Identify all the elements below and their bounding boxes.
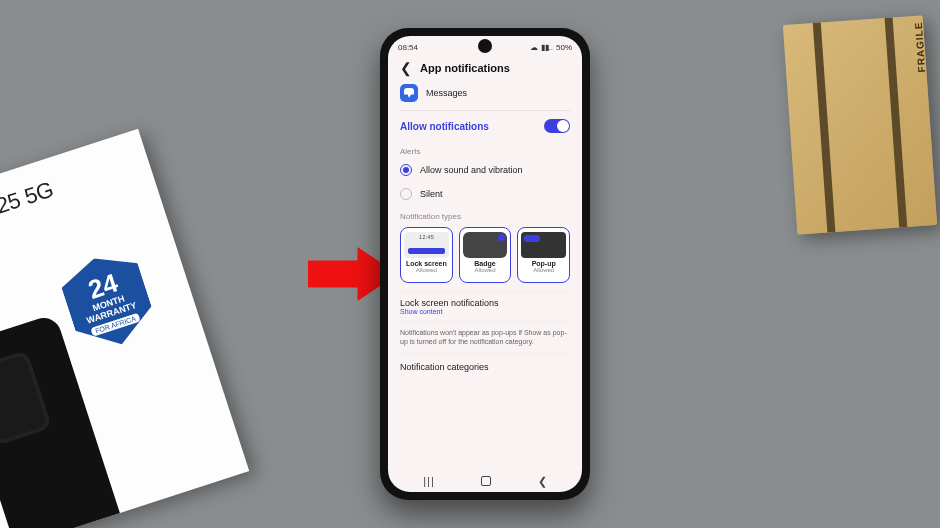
alerts-section-label: Alerts — [400, 141, 570, 158]
type-lockscreen-status: Allowed — [416, 267, 437, 273]
product-box-title: Galaxy A25 5G — [0, 151, 136, 246]
product-box: Galaxy A25 5G 24 MONTH WARRANTY FOR AFRI… — [0, 129, 249, 528]
allow-notifications-toggle[interactable] — [544, 119, 570, 133]
cloud-icon: ☁ — [530, 43, 538, 52]
radio-selected-icon — [400, 164, 412, 176]
lockscreen-notifications-label: Lock screen notifications — [400, 298, 570, 308]
nav-recents-button[interactable]: ||| — [423, 475, 435, 487]
notification-categories-row[interactable]: Notification categories — [400, 353, 570, 372]
messages-app-icon — [400, 84, 418, 102]
navigation-bar: ||| ❮ — [388, 470, 582, 492]
status-time: 08:54 — [398, 43, 418, 52]
alert-option-sound[interactable]: Allow sound and vibration — [400, 158, 570, 182]
page-title: App notifications — [420, 62, 510, 74]
type-card-lockscreen[interactable]: Lock screen Allowed — [400, 227, 453, 283]
alert-option-silent[interactable]: Silent — [400, 182, 570, 206]
battery-percent: 50% — [556, 43, 572, 52]
lockscreen-notifications-row[interactable]: Lock screen notifications Show content — [400, 291, 570, 321]
type-lockscreen-label: Lock screen — [406, 260, 447, 267]
type-badge-label: Badge — [474, 260, 495, 267]
alert-option-silent-label: Silent — [420, 189, 443, 199]
types-section-label: Notification types — [400, 206, 570, 223]
lockscreen-notifications-sub: Show content — [400, 308, 570, 315]
wood-crate: FRAGILE — [783, 15, 937, 234]
allow-notifications-label: Allow notifications — [400, 121, 489, 132]
type-popup-label: Pop-up — [532, 260, 556, 267]
notification-categories-label: Notification categories — [400, 362, 489, 372]
type-card-badge[interactable]: Badge Allowed — [459, 227, 512, 283]
lockscreen-preview-icon — [404, 232, 449, 258]
fragile-label: FRAGILE — [913, 21, 928, 73]
type-card-popup[interactable]: Pop-up Allowed — [517, 227, 570, 283]
app-row[interactable]: Messages — [400, 80, 570, 111]
camera-notch — [478, 39, 492, 53]
popup-preview-icon — [521, 232, 566, 258]
type-badge-status: Allowed — [475, 267, 496, 273]
signal-icon: ▮▮.. — [541, 43, 553, 52]
warranty-badge: 24 MONTH WARRANTY FOR AFRICA — [56, 246, 160, 356]
back-icon[interactable]: ❮ — [400, 61, 412, 75]
radio-unselected-icon — [400, 188, 412, 200]
page-header: ❮ App notifications — [400, 56, 570, 80]
product-box-phone-render — [0, 313, 129, 528]
phone-device: 08:54 ☁ ▮▮.. 50% ❮ App notifications Mes… — [380, 28, 590, 500]
nav-back-button[interactable]: ❮ — [538, 475, 547, 488]
allow-notifications-row[interactable]: Allow notifications — [400, 111, 570, 141]
badge-preview-icon — [463, 232, 508, 258]
notification-types-row: Lock screen Allowed Badge Allowed Pop-up… — [400, 223, 570, 291]
app-name: Messages — [426, 88, 467, 98]
phone-screen: 08:54 ☁ ▮▮.. 50% ❮ App notifications Mes… — [388, 36, 582, 492]
type-popup-status: Allowed — [533, 267, 554, 273]
popup-note: Notifications won't appear as pop-ups if… — [400, 321, 570, 353]
nav-home-button[interactable] — [481, 476, 491, 486]
alert-option-sound-label: Allow sound and vibration — [420, 165, 523, 175]
